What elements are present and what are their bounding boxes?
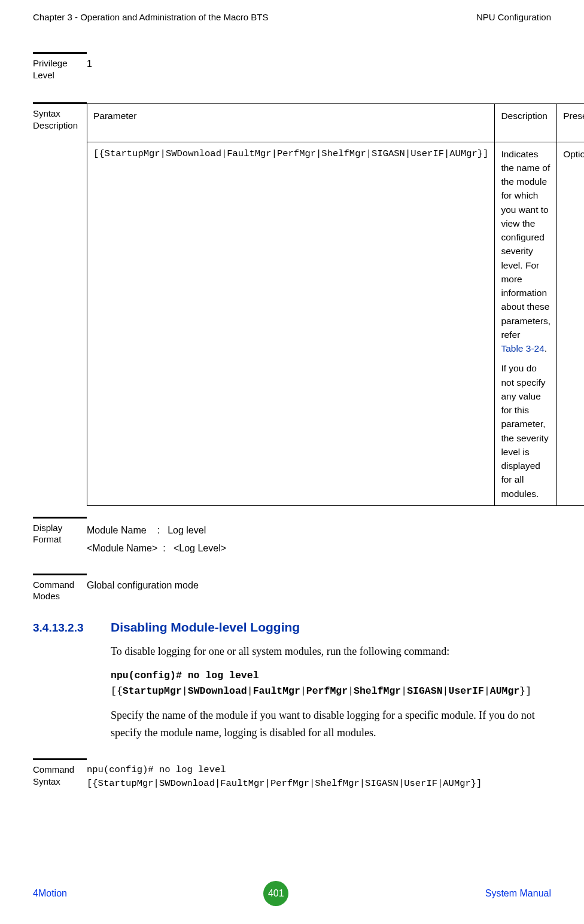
- body-after: Specify the name of the module if you wa…: [111, 707, 551, 742]
- cmd-close: }]: [519, 685, 531, 697]
- col-presence: Presence: [557, 104, 584, 142]
- cmd-p4: ShelfMgr: [354, 685, 401, 697]
- cmd-sep: |: [247, 685, 253, 697]
- cmd-p7: AUMgr: [490, 685, 520, 697]
- cmd-p0: StartupMgr: [123, 685, 182, 697]
- cmd-p1: SWDownload: [188, 685, 247, 697]
- cmd-prefix: npu(config)# no log level: [111, 670, 259, 681]
- cmd-p5: SIGASN: [407, 685, 442, 697]
- body-content: To disable logging for one or all system…: [111, 643, 551, 742]
- privilege-value: 1: [87, 52, 551, 71]
- cmd-p6: UserIF: [448, 685, 483, 697]
- desc-p1a: Indicates the name of the module for whi…: [501, 149, 550, 340]
- table-header-row: Parameter Description Presence Default V…: [87, 104, 585, 142]
- cell-presence: Optional: [557, 142, 584, 505]
- cmd-sep: |: [443, 685, 449, 697]
- display-format-block: Display Format Module Name : Log level <…: [33, 517, 551, 558]
- cmd-p2: FaultMgr: [253, 685, 300, 697]
- page-number-badge: 401: [263, 881, 288, 906]
- command-modes-value: Global configuration mode: [87, 574, 551, 593]
- syntax-content: Parameter Description Presence Default V…: [87, 102, 584, 506]
- header-left: Chapter 3 - Operation and Administration…: [33, 12, 269, 22]
- heading-number: 3.4.13.2.3: [33, 621, 111, 635]
- command-syntax-block: Command Syntax npu(config)# no log level…: [33, 758, 551, 791]
- col-description: Description: [495, 104, 557, 142]
- privilege-block: Privilege Level 1: [33, 52, 551, 81]
- syntax-table: Parameter Description Presence Default V…: [87, 103, 584, 506]
- command-syntax-label: Command Syntax: [33, 758, 87, 787]
- cmd-sep: |: [401, 685, 407, 697]
- table-ref-link[interactable]: Table 3-24: [501, 343, 544, 353]
- desc-p2: If you do not specify any value for this…: [501, 361, 550, 501]
- syntax-label: Syntax Description: [33, 102, 87, 131]
- col-parameter: Parameter: [87, 104, 495, 142]
- syntax-block: Syntax Description Parameter Description…: [33, 102, 551, 506]
- command-syntax-content: npu(config)# no log level [{StartupMgr|S…: [87, 758, 551, 791]
- page: Chapter 3 - Operation and Administration…: [0, 0, 584, 924]
- page-header: Chapter 3 - Operation and Administration…: [33, 12, 551, 22]
- body-intro: To disable logging for one or all system…: [111, 643, 551, 660]
- header-right: NPU Configuration: [476, 12, 551, 22]
- cmd-syntax-line2: [{StartupMgr|SWDownload|FaultMgr|PerfMgr…: [87, 777, 551, 791]
- page-footer: 4Motion 401 System Manual: [33, 881, 551, 906]
- privilege-label: Privilege Level: [33, 52, 87, 81]
- footer-left[interactable]: 4Motion: [33, 888, 67, 899]
- cell-parameter: [{StartupMgr|SWDownload|FaultMgr|PerfMgr…: [87, 142, 495, 505]
- table-row: [{StartupMgr|SWDownload|FaultMgr|PerfMgr…: [87, 142, 585, 505]
- command-modes-block: Command Modes Global configuration mode: [33, 574, 551, 602]
- desc-p1b: .: [545, 343, 547, 353]
- cmd-sep: |: [300, 685, 306, 697]
- display-format-content: Module Name : Log level <Module Name> : …: [87, 517, 551, 558]
- command-modes-label: Command Modes: [33, 574, 87, 602]
- section-heading: 3.4.13.2.3 Disabling Module-level Loggin…: [33, 620, 551, 635]
- command-line: npu(config)# no log level [{StartupMgr|S…: [111, 668, 551, 699]
- heading-text: Disabling Module-level Logging: [111, 620, 300, 635]
- cmd-syntax-line1: npu(config)# no log level: [87, 763, 551, 777]
- cmd-open: [{: [111, 685, 123, 697]
- display-line2: <Module Name> : <Log Level>: [87, 539, 551, 557]
- cmd-p3: PerfMgr: [306, 685, 348, 697]
- footer-right[interactable]: System Manual: [485, 888, 551, 899]
- display-format-label: Display Format: [33, 517, 87, 545]
- cmd-sep: |: [348, 685, 354, 697]
- display-line1: Module Name : Log level: [87, 522, 551, 539]
- cell-description: Indicates the name of the module for whi…: [495, 142, 557, 505]
- cmd-sep: |: [182, 685, 188, 697]
- cmd-sep: |: [484, 685, 490, 697]
